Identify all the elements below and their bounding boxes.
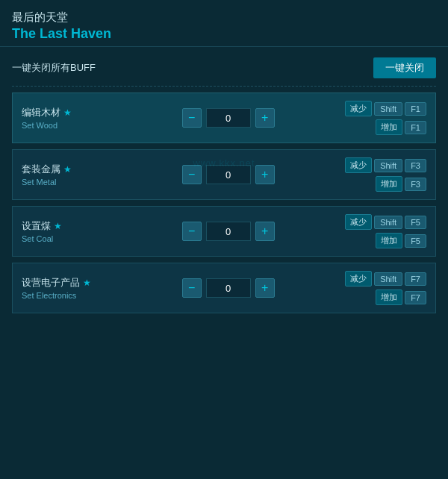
shortcut-increase-wood: 增加 F1 (376, 119, 426, 135)
shortcut-decrease-electronics: 减少 Shift F7 (345, 271, 426, 287)
resource-name-cn-metal: 套装金属 ★ (22, 163, 111, 176)
shortcut-increase-electronics: 增加 F7 (376, 289, 426, 305)
shortcut-area-coal: 减少 Shift F5 增加 F5 (345, 214, 426, 248)
f7-increase-key-electronics: F7 (405, 291, 426, 304)
resource-name-cn-electronics: 设营电子产品 ★ (22, 276, 111, 289)
resource-controls-coal: − 0 + (182, 222, 275, 241)
increase-label-electronics: 增加 (376, 289, 402, 305)
resource-name-en-coal: Set Coal (22, 234, 111, 243)
increase-btn-wood[interactable]: + (255, 108, 275, 128)
star-icon-metal: ★ (63, 164, 72, 175)
shift-key-wood: Shift (374, 102, 402, 116)
decrease-btn-electronics[interactable]: − (182, 278, 202, 298)
f3-increase-key-metal: F3 (405, 178, 426, 191)
resource-row-wood: 编辑木材 ★ Set Wood − 0 + 减少 Shift F1 增加 F1 (12, 93, 436, 143)
f3-decrease-key-metal: F3 (405, 159, 426, 172)
title-chinese: 最后的天堂 (12, 10, 436, 25)
resource-controls-metal: − 0 + (182, 165, 275, 184)
resource-info-metal: 套装金属 ★ Set Metal (22, 163, 111, 187)
decrease-btn-wood[interactable]: − (182, 108, 202, 128)
shortcut-decrease-coal: 减少 Shift F5 (345, 214, 426, 230)
shortcut-increase-metal: 增加 F3 (376, 176, 426, 192)
resource-name-cn-wood: 编辑木材 ★ (22, 106, 111, 119)
value-display-metal: 0 (206, 165, 251, 184)
f5-increase-key-coal: F5 (405, 234, 426, 248)
resource-name-en-metal: Set Metal (22, 178, 111, 187)
value-display-wood: 0 (206, 108, 251, 128)
shortcut-decrease-metal: 减少 Shift F3 (345, 157, 426, 173)
increase-btn-metal[interactable]: + (255, 165, 275, 184)
star-icon-electronics: ★ (83, 278, 91, 288)
f1-increase-key-wood: F1 (405, 121, 426, 134)
decrease-label-electronics: 减少 (345, 271, 372, 287)
resource-controls-electronics: − 0 + (182, 278, 275, 298)
f7-decrease-key-electronics: F7 (405, 272, 426, 286)
shift-key-electronics: Shift (374, 272, 402, 286)
buff-toggle-button[interactable]: 一键关闭 (373, 57, 436, 78)
resource-controls-wood: − 0 + (182, 108, 275, 128)
value-display-electronics: 0 (206, 278, 251, 298)
increase-label-metal: 增加 (376, 176, 402, 192)
increase-label-coal: 增加 (376, 233, 402, 248)
shift-key-metal: Shift (374, 159, 402, 172)
shortcut-increase-coal: 增加 F5 (376, 233, 426, 248)
buff-toggle-label: 一键关闭所有BUFF (12, 61, 96, 75)
resource-info-coal: 设置煤 ★ Set Coal (22, 219, 111, 243)
star-icon-wood: ★ (63, 107, 72, 118)
resource-name-cn-coal: 设置煤 ★ (22, 219, 111, 233)
value-display-coal: 0 (206, 222, 251, 241)
resource-name-en-wood: Set Wood (22, 121, 111, 130)
resource-row-coal: 设置煤 ★ Set Coal − 0 + 减少 Shift F5 增加 F5 (12, 206, 436, 257)
decrease-label-wood: 减少 (345, 101, 372, 116)
increase-btn-electronics[interactable]: + (255, 278, 275, 298)
decrease-label-metal: 减少 (345, 157, 372, 173)
resource-row-metal: 套装金属 ★ Set Metal − 0 + 减少 Shift F3 增加 F3 (12, 149, 436, 200)
increase-label-wood: 增加 (376, 119, 402, 135)
shortcut-decrease-wood: 减少 Shift F1 (345, 101, 426, 116)
main-content: 一键关闭所有BUFF 一键关闭 编辑木材 ★ Set Wood − 0 + 减少… (0, 47, 448, 325)
shortcut-area-metal: 减少 Shift F3 增加 F3 (345, 157, 426, 192)
shift-key-coal: Shift (374, 216, 402, 229)
decrease-btn-coal[interactable]: − (182, 222, 202, 241)
star-icon-coal: ★ (54, 221, 62, 231)
increase-btn-coal[interactable]: + (255, 222, 275, 241)
resource-info-wood: 编辑木材 ★ Set Wood (22, 106, 111, 130)
decrease-btn-metal[interactable]: − (182, 165, 202, 184)
resource-row-electronics: 设营电子产品 ★ Set Electronics − 0 + 减少 Shift … (12, 263, 436, 313)
f5-decrease-key-coal: F5 (405, 216, 426, 229)
shortcut-area-electronics: 减少 Shift F7 增加 F7 (345, 271, 426, 305)
resource-name-en-electronics: Set Electronics (22, 291, 111, 300)
title-english: The Last Haven (12, 26, 436, 42)
app-header: 最后的天堂 The Last Haven (0, 0, 448, 47)
decrease-label-coal: 减少 (345, 214, 372, 230)
resource-info-electronics: 设营电子产品 ★ Set Electronics (22, 276, 111, 300)
shortcut-area-wood: 减少 Shift F1 增加 F1 (345, 101, 426, 135)
buff-toggle-row: 一键关闭所有BUFF 一键关闭 (12, 47, 436, 87)
f1-decrease-key-wood: F1 (405, 102, 426, 116)
